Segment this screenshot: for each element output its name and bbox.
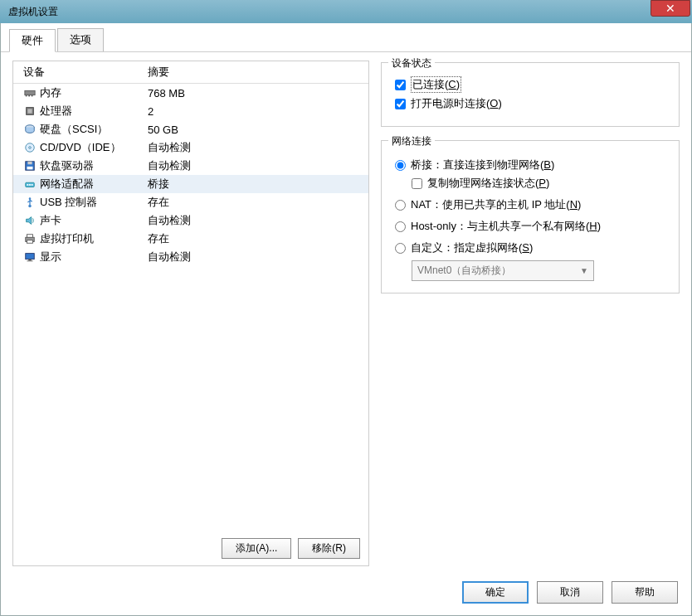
replicate-checkbox[interactable] [412, 178, 422, 189]
device-name: 硬盘（SCSI） [40, 122, 108, 137]
radio-nat-label: NAT：使用已共享的主机 IP 地址(N) [411, 197, 581, 212]
radio-custom-label: 自定义：指定虚拟网络(S) [411, 240, 533, 255]
usb-icon [23, 196, 37, 209]
device-summary: 存在 [148, 195, 368, 210]
svg-rect-5 [27, 109, 32, 113]
radio-nat-row[interactable]: NAT：使用已共享的主机 IP 地址(N) [395, 197, 669, 212]
hardware-buttons: 添加(A)... 移除(R) [13, 531, 368, 565]
device-name: CD/DVD（IDE） [40, 140, 121, 155]
connected-checkbox-row[interactable]: 已连接(C) [395, 76, 669, 93]
device-summary: 自动检测 [148, 213, 368, 228]
radio-bridged[interactable] [395, 160, 406, 171]
network-connection-group: 网络连接 桥接：直接连接到物理网络(B) 复制物理网络连接状态(P) NAT：使… [381, 140, 680, 293]
hardware-row[interactable]: 软盘驱动器自动检测 [13, 157, 368, 175]
chevron-down-icon: ▼ [580, 266, 588, 275]
col-device: 设备 [23, 65, 148, 80]
tab-hardware[interactable]: 硬件 [9, 29, 56, 52]
radio-hostonly-label: Host-only：与主机共享一个私有网络(H) [411, 219, 601, 234]
dialog-footer: 确定 取消 帮助 [1, 573, 691, 615]
svg-rect-20 [27, 240, 33, 244]
hardware-row[interactable]: CD/DVD（IDE）自动检测 [13, 138, 368, 157]
device-name: 显示 [40, 250, 61, 264]
connect-poweron-label: 打开电源时连接(O) [411, 96, 502, 111]
svg-rect-15 [32, 184, 33, 186]
cpu-icon [23, 104, 37, 118]
device-name: 声卡 [40, 213, 61, 228]
hardware-list-header: 设备 摘要 [13, 61, 368, 84]
device-name: 虚拟打印机 [40, 231, 94, 246]
remove-hardware-button[interactable]: 移除(R) [298, 538, 360, 559]
window-title: 虚拟机设置 [8, 5, 58, 19]
radio-hostonly-row[interactable]: Host-only：与主机共享一个私有网络(H) [395, 219, 669, 234]
client-area: 硬件 选项 设备 摘要 内存768 MB处理器2硬盘（SCSI）50 GBCD/… [0, 23, 692, 616]
hardware-list[interactable]: 内存768 MB处理器2硬盘（SCSI）50 GBCD/DVD（IDE）自动检测… [13, 84, 368, 531]
hardware-row[interactable]: 硬盘（SCSI）50 GB [13, 120, 368, 138]
hardware-row[interactable]: 虚拟打印机存在 [13, 230, 368, 248]
titlebar-blur [58, 0, 692, 23]
device-settings-pane: 设备状态 已连接(C) 打开电源时连接(O) 网络连接 桥接：直接连接到物理网络… [381, 61, 680, 566]
device-summary: 2 [148, 105, 368, 118]
svg-rect-19 [27, 235, 33, 238]
hardware-row[interactable]: 网络适配器桥接 [13, 175, 368, 193]
svg-rect-1 [26, 95, 27, 97]
device-summary: 自动检测 [148, 140, 368, 155]
svg-rect-11 [27, 167, 33, 170]
device-status-group: 设备状态 已连接(C) 打开电源时连接(O) [381, 62, 680, 127]
tabs: 硬件 选项 [1, 23, 691, 52]
ok-button[interactable]: 确定 [462, 581, 529, 604]
device-name: 内存 [40, 85, 61, 100]
add-hardware-button[interactable]: 添加(A)... [222, 538, 291, 559]
connect-poweron-checkbox[interactable] [395, 99, 406, 109]
svg-rect-13 [27, 184, 29, 186]
device-name: USB 控制器 [40, 195, 97, 210]
group-title-status: 设备状态 [388, 56, 435, 70]
cd-icon [23, 141, 37, 154]
connected-checkbox[interactable] [395, 80, 406, 90]
tab-options[interactable]: 选项 [57, 28, 104, 51]
hardware-row[interactable]: 处理器2 [13, 102, 368, 120]
svg-rect-10 [27, 162, 32, 165]
radio-bridged-label: 桥接：直接连接到物理网络(B) [411, 158, 554, 172]
close-icon: ✕ [665, 2, 675, 15]
svg-rect-22 [28, 259, 32, 261]
radio-nat[interactable] [395, 200, 406, 211]
svg-rect-23 [27, 260, 33, 261]
radio-custom-row[interactable]: 自定义：指定虚拟网络(S) [395, 240, 669, 255]
close-button[interactable]: ✕ [651, 0, 690, 17]
hardware-row[interactable]: 内存768 MB [13, 84, 368, 102]
device-summary: 768 MB [148, 87, 368, 99]
connected-label: 已连接(C) [411, 76, 461, 93]
svg-rect-21 [26, 254, 35, 259]
hardware-row[interactable]: 声卡自动检测 [13, 211, 368, 230]
group-title-network: 网络连接 [388, 134, 435, 148]
svg-rect-0 [25, 90, 35, 95]
radio-custom[interactable] [395, 243, 406, 254]
custom-network-dropdown[interactable]: VMnet0（自动桥接） ▼ [412, 260, 594, 281]
svg-point-17 [29, 197, 32, 200]
device-name: 处理器 [40, 104, 72, 119]
floppy-icon [23, 159, 37, 172]
memory-icon [23, 86, 37, 99]
help-button[interactable]: 帮助 [612, 581, 678, 604]
hardware-row[interactable]: 显示自动检测 [13, 248, 368, 266]
sound-icon [23, 214, 37, 227]
hardware-row[interactable]: USB 控制器存在 [13, 193, 368, 211]
col-summary: 摘要 [148, 65, 169, 80]
hardware-pane: 设备 摘要 内存768 MB处理器2硬盘（SCSI）50 GBCD/DVD（ID… [12, 61, 369, 566]
device-summary: 50 GB [148, 124, 368, 136]
replicate-checkbox-row[interactable]: 复制物理网络连接状态(P) [412, 176, 669, 191]
device-name: 网络适配器 [40, 177, 94, 192]
svg-rect-14 [29, 184, 31, 186]
device-summary: 自动检测 [148, 158, 368, 173]
cancel-button[interactable]: 取消 [537, 581, 603, 604]
disk-icon [23, 123, 37, 136]
display-icon [23, 250, 37, 264]
net-icon [23, 177, 37, 191]
device-summary: 自动检测 [148, 250, 368, 264]
radio-hostonly[interactable] [395, 221, 406, 232]
svg-point-8 [29, 147, 32, 149]
connect-poweron-checkbox-row[interactable]: 打开电源时连接(O) [395, 96, 669, 111]
radio-bridged-row[interactable]: 桥接：直接连接到物理网络(B) [395, 158, 669, 172]
device-summary: 存在 [148, 231, 368, 246]
svg-rect-3 [32, 95, 33, 97]
